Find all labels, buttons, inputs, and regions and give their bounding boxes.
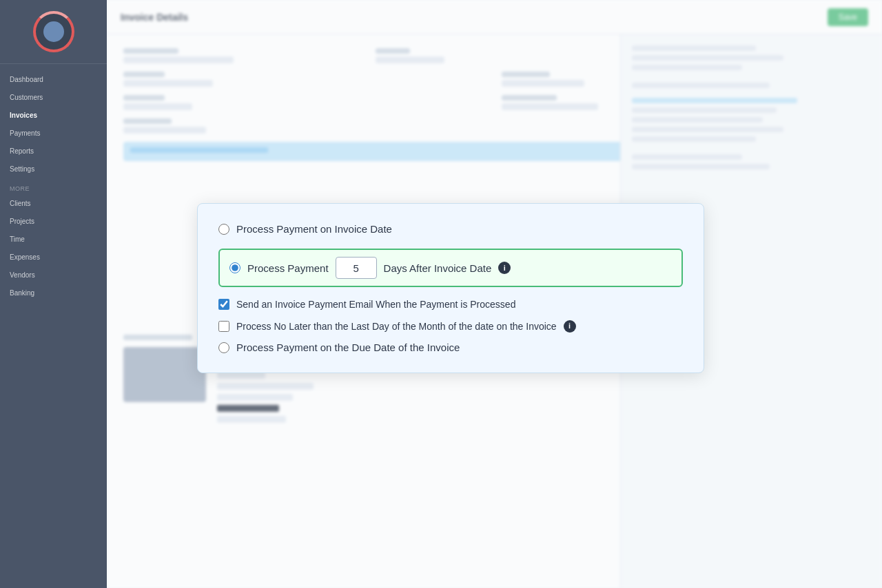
days-after-info-icon[interactable]: i: [498, 262, 511, 274]
checkbox-send-email[interactable]: Send an Invoice Payment Email When the P…: [218, 298, 683, 312]
radio-option-due-date[interactable]: Process Payment on the Due Date of the I…: [218, 342, 683, 353]
checkbox2-label: Process No Later than the Last Day of th…: [236, 320, 557, 334]
modal-overlay: Process Payment on Invoice Date Process …: [0, 0, 882, 588]
radio-option-days-after[interactable]: Process Payment Days After Invoice Date …: [218, 249, 683, 287]
radio-option-invoice-date[interactable]: Process Payment on Invoice Date: [218, 223, 683, 235]
radio-invoice-date[interactable]: [218, 224, 229, 235]
checkbox1-label: Send an Invoice Payment Email When the P…: [236, 298, 515, 312]
no-later-info-icon[interactable]: i: [564, 320, 576, 333]
option2-suffix: Days After Invoice Date: [384, 262, 492, 274]
option2-prefix: Process Payment: [247, 262, 329, 274]
option1-label: Process Payment on Invoice Date: [236, 223, 392, 235]
checkbox-no-later-input[interactable]: [218, 321, 229, 332]
checkbox-email-input[interactable]: [218, 299, 229, 310]
payment-schedule-modal: Process Payment on Invoice Date Process …: [197, 203, 704, 373]
radio-due-date[interactable]: [218, 342, 229, 353]
radio-days-after[interactable]: [229, 262, 240, 273]
option3-label: Process Payment on the Due Date of the I…: [236, 342, 460, 353]
checkbox-no-later[interactable]: Process No Later than the Last Day of th…: [218, 320, 683, 334]
days-input[interactable]: [336, 257, 377, 279]
